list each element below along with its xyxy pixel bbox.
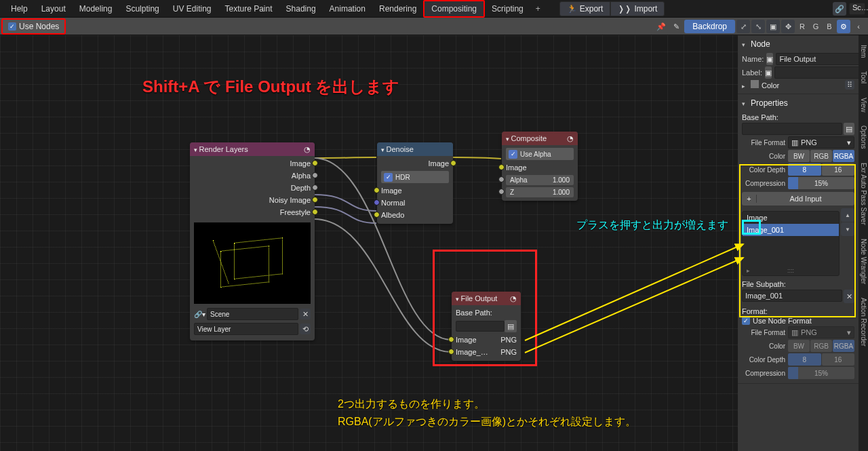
compression2-slider: 15% [788, 367, 854, 379]
fileformat-select[interactable]: ▥ PNG▾ [788, 136, 854, 149]
backdrop-fit[interactable]: ▣ [766, 20, 780, 33]
hdr-toggle[interactable]: HDR [395, 174, 410, 181]
scene-clear[interactable]: ✕ [300, 309, 311, 319]
compression-slider[interactable]: 15% [788, 177, 854, 189]
node-properties-panel: Node Name: ▣ Label: ▣ Color ⠿ Properties… [738, 35, 859, 451]
color-bw[interactable]: BW [788, 150, 810, 162]
use-nodes-toggle[interactable]: ✓ Use Nodes [1, 18, 66, 35]
comp-in-alpha[interactable]: Alpha [510, 176, 528, 184]
color-rgb[interactable]: RGB [810, 150, 832, 162]
menu-layout[interactable]: Layout [35, 1, 73, 16]
render-preview [194, 222, 311, 304]
depth-16[interactable]: 16 [822, 163, 855, 176]
channel-g[interactable]: G [810, 22, 822, 31]
node-render-layers[interactable]: Render Layers ◔ Image Alpha Depth Noisy … [190, 142, 315, 340]
pin-icon[interactable]: 📌 [654, 20, 668, 33]
scene-icon2: 🔗▾ [194, 311, 205, 318]
menu-modeling[interactable]: Modeling [73, 1, 119, 16]
edit-icon[interactable]: ✎ [669, 20, 683, 33]
fileformat2-select: ▥ PNG▾ [788, 326, 854, 338]
anno-bottom1: 2つ出力するものを作ります。 [338, 397, 485, 412]
vtab-view[interactable]: View [860, 91, 867, 119]
color-sub[interactable]: Color [762, 81, 779, 90]
basepath-field[interactable] [456, 321, 505, 332]
export-icon: 🏃 [567, 4, 577, 14]
list-up[interactable]: ▲ [841, 208, 854, 222]
export-button[interactable]: 🏃 Export [559, 1, 611, 16]
scene-dropdown[interactable]: Sc… [849, 3, 865, 15]
folder-icon[interactable]: ▤ [505, 320, 517, 332]
node-denoise[interactable]: Denoise Image ✓HDR Image Normal Albedo [377, 142, 453, 224]
node-file-output[interactable]: File Output ◔ Base Path: ▤ Image PNG Ima… [452, 292, 521, 361]
menu-uvedit[interactable]: UV Editing [166, 1, 218, 16]
backdrop-move[interactable]: ✥ [781, 20, 795, 33]
node-preview-icon[interactable]: ◔ [304, 145, 311, 154]
import-label: Import [634, 4, 657, 14]
name-field[interactable] [776, 53, 859, 65]
plus-icon[interactable]: + [742, 195, 757, 203]
vtab-recorder[interactable]: Action Recorder [860, 291, 867, 353]
scene-icon[interactable]: 🔗 [833, 2, 846, 16]
depth-8[interactable]: 8 [788, 163, 821, 176]
menu-rendering[interactable]: Rendering [372, 1, 423, 16]
menu-animation[interactable]: Animation [323, 1, 372, 16]
color-rgba[interactable]: RGBA [833, 150, 854, 162]
output-list[interactable]: Image Image_001 ▸ :::: [742, 211, 840, 276]
basepath-input[interactable] [742, 123, 842, 135]
top-menu-bar: Help Layout Modeling Sculpting UV Editin… [0, 0, 868, 18]
comp-in-image: Image [506, 163, 527, 172]
menu-shading[interactable]: Shading [279, 1, 323, 16]
scene-field[interactable]: Scene [207, 308, 298, 320]
vtab-options[interactable]: Options [860, 119, 867, 155]
out-depth: Depth [291, 184, 311, 192]
file-subpath-input[interactable] [742, 290, 842, 302]
use-node-format[interactable]: Use Node Format [753, 317, 812, 325]
tab-add[interactable]: + [530, 1, 546, 16]
menu-compositing[interactable]: Compositing [423, 0, 485, 18]
file-subpath-clear[interactable]: ✕ [844, 290, 854, 303]
vtab-item[interactable]: Item [860, 38, 867, 64]
panel-tabs: Item Tool View Options Exr Auto Pass Sav… [859, 35, 868, 451]
color-options-icon[interactable]: ⠿ [845, 80, 854, 90]
viewlayer-field[interactable]: View Layer [194, 323, 298, 335]
list-down[interactable]: ▼ [841, 222, 854, 236]
basepath-browse[interactable]: ▤ [844, 123, 854, 135]
format-lbl: Format: [742, 307, 854, 315]
fileout-sphere-icon[interactable]: ◔ [510, 294, 517, 303]
vtab-wrangler[interactable]: Node Wrangler [860, 232, 867, 291]
backdrop-button[interactable]: Backdrop [684, 20, 735, 33]
node-composite-title: Composite [506, 134, 547, 142]
menu-help[interactable]: Help [4, 1, 35, 16]
anno-bottom2: RGBA(アルファつきのカラー画像)とかそれぞれ設定します。 [338, 415, 636, 429]
menu-sculpting[interactable]: Sculpting [119, 1, 165, 16]
list-item[interactable]: Image [743, 212, 839, 224]
out-freestyle: Freestyle [280, 208, 311, 216]
label-field[interactable] [774, 66, 859, 79]
viewlayer-refresh[interactable]: ⟲ [300, 323, 311, 334]
panel-node-header[interactable]: Node [751, 39, 770, 49]
file-subpath-lbl: File Subpath: [742, 280, 854, 288]
backdrop-zoom-out[interactable]: ⤡ [751, 20, 765, 33]
comp-in-z[interactable]: Z [510, 189, 514, 196]
import-button[interactable]: ❭❭ Import [610, 1, 665, 16]
list-item[interactable]: Image_001 [743, 224, 839, 236]
properties-header[interactable]: Properties [751, 98, 788, 108]
node-composite[interactable]: Composite ◔ ✓Use Alpha Image Alpha1.000 … [502, 132, 578, 201]
vtab-tool[interactable]: Tool [860, 64, 867, 90]
name-icon: ▣ [766, 53, 773, 65]
channel-b[interactable]: B [823, 22, 835, 31]
use-alpha-toggle[interactable]: Use Alpha [520, 151, 551, 158]
gear-icon[interactable]: ⚙ [837, 20, 850, 33]
menu-texpaint[interactable]: Texture Paint [218, 1, 279, 16]
slot1-fmt: PNG [500, 336, 517, 344]
node-render-title: Render Layers [194, 145, 248, 153]
channel-r[interactable]: R [796, 22, 808, 31]
chevron-left-icon[interactable]: ‹ [852, 20, 865, 33]
backdrop-zoom-in[interactable]: ⤢ [736, 20, 750, 33]
composite-sphere-icon[interactable]: ◔ [567, 134, 574, 143]
vtab-exr[interactable]: Exr Auto Pass Saver [860, 156, 867, 232]
basepath-label: Base Path: [456, 309, 492, 317]
slot2-fmt: PNG [500, 348, 517, 356]
menu-scripting[interactable]: Scripting [485, 1, 530, 16]
add-input-button[interactable]: + Add Input [742, 192, 854, 205]
